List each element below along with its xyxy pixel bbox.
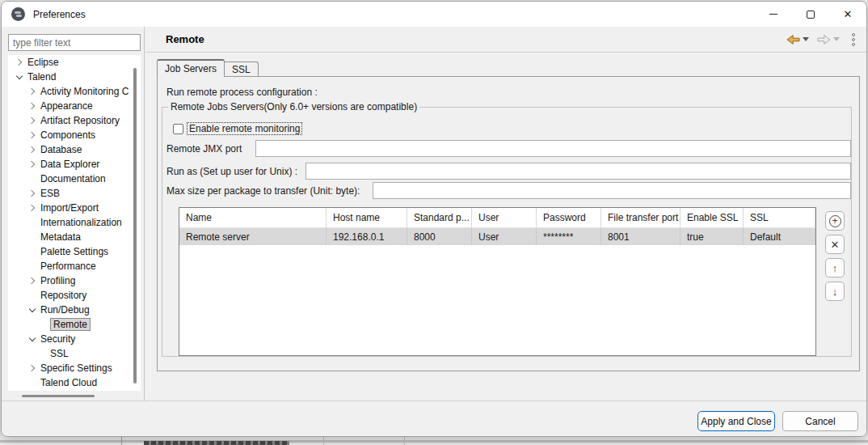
tree-item-appearance[interactable]: Appearance [8,99,141,113]
tree-item-artifact-repository[interactable]: Artifact Repository [8,113,141,128]
tab-job-servers[interactable]: Job Servers [157,59,225,77]
maximize-icon [807,11,815,19]
column-header-file-transfer-port[interactable]: File transfer port [601,208,680,227]
table-cell: true [680,228,744,245]
page-title: Remote [166,33,204,45]
tree-item-repository[interactable]: Repository [8,288,141,303]
screen: Preferences ✕ EclipseTalendActivity Moni… [0,0,868,445]
tree-item-activity-monitoring-c[interactable]: Activity Monitoring C [8,84,141,99]
window-title: Preferences [33,9,86,20]
column-header-host-name[interactable]: Host name [327,208,407,227]
chevron-right-icon[interactable] [27,116,37,125]
footer-bar: Apply and Close Cancel [2,400,866,436]
tree-item-label: Specific Settings [40,362,112,374]
max-size-label: Max size per package to transfer (Unit: … [166,185,360,197]
tree-item-label: Performance [40,261,96,272]
tree-item-label: Database [40,144,82,155]
tree-item-data-explorer[interactable]: Data Explorer [8,157,141,172]
column-header-user[interactable]: User [472,208,537,227]
tree-item-eclipse[interactable]: Eclipse [8,55,141,70]
preferences-dialog: Preferences ✕ EclipseTalendActivity Moni… [1,1,867,437]
tree-item-profiling[interactable]: Profiling [8,273,141,288]
tree-item-talend[interactable]: Talend [8,70,141,84]
chevron-right-icon[interactable] [27,159,37,169]
enable-remote-monitoring-checkbox[interactable] [173,124,183,134]
tree-item-esb[interactable]: ESB [8,186,141,201]
tree-item-database[interactable]: Database [8,142,141,157]
history-nav [784,32,857,48]
tree-item-specific-settings[interactable]: Specific Settings [8,361,141,375]
tree-item-performance[interactable]: Performance [8,259,141,273]
forward-arrow-icon [817,34,831,45]
run-remote-config-label: Run remote process configuration : [166,87,318,98]
tree-item-talend-cloud[interactable]: Talend Cloud [8,375,141,390]
background-text-fragment [144,441,289,445]
tree-item-remote[interactable]: Remote [8,317,141,332]
tree-item-documentation[interactable]: Documentation [8,172,141,186]
chevron-down-icon[interactable] [27,334,37,344]
tree-item-label: Run/Debug [40,304,90,316]
forward-history-caret [833,37,840,41]
back-button[interactable] [784,32,811,47]
minimize-button[interactable] [755,2,792,27]
tab-strip: Job ServersSSL [157,59,259,77]
chevron-right-icon[interactable] [15,57,24,67]
main-header: Remote [145,27,866,53]
move-down-row-button[interactable]: ↓ [825,282,845,301]
chevron-right-icon[interactable] [27,203,37,213]
maximize-button[interactable] [792,2,829,27]
run-as-input[interactable] [305,163,851,180]
tree-item-components[interactable]: Components [8,128,141,142]
tree-item-label: Appearance [40,100,93,112]
column-header-name[interactable]: Name [179,208,327,227]
back-history-caret [803,37,809,41]
chevron-right-icon[interactable] [27,189,37,198]
max-size-input[interactable] [373,182,851,199]
tab-ssl[interactable]: SSL [225,61,259,77]
tree-item-import-export[interactable]: Import/Export [8,201,141,215]
tree-item-palette-settings[interactable]: Palette Settings [8,244,141,259]
tree-item-label: Components [40,129,95,141]
table-row[interactable]: Remote server192.168.0.18000User********… [179,228,815,245]
table-body: Remote server192.168.0.18000User********… [179,228,815,245]
chevron-right-icon[interactable] [27,145,37,155]
remote-jmx-port-input[interactable] [255,140,851,157]
tree-item-ssl[interactable]: SSL [8,346,141,361]
forward-button[interactable] [815,32,842,47]
tree-item-label: Talend Cloud [40,377,97,388]
column-header-standard-p[interactable]: Standard p... [407,208,472,227]
tree-item-run-debug[interactable]: Run/Debug [8,303,141,317]
move-up-row-button[interactable]: ↑ [825,258,845,278]
tree-item-label: Activity Monitoring C [40,86,129,97]
column-header-ssl[interactable]: SSL [744,208,815,227]
table-cell: 192.168.0.1 [327,228,407,245]
tree-item-metadata[interactable]: Metadata [8,230,141,244]
column-header-enable-ssl[interactable]: Enable SSL [680,208,744,227]
move-down-icon: ↓ [832,286,838,298]
group-label: Remote Jobs Servers(Only 6.0+ versions a… [168,101,419,112]
chevron-right-icon[interactable] [27,87,37,96]
close-button[interactable]: ✕ [829,2,866,27]
job-servers-tab-pane: Run remote process configuration : Remot… [157,76,860,371]
column-header-password[interactable]: Password [537,208,601,227]
main-panel: Remote [145,27,866,400]
tree-horizontal-scrollbar[interactable] [22,395,95,397]
cancel-button[interactable]: Cancel [782,411,858,431]
tree-vertical-scrollbar[interactable] [133,68,137,384]
job-servers-table: NameHost nameStandard p...UserPasswordFi… [179,207,816,356]
chevron-right-icon[interactable] [27,130,37,140]
apply-and-close-button[interactable]: Apply and Close [697,411,775,431]
filter-input[interactable] [8,34,141,51]
tree-item-label: Security [40,333,75,345]
view-menu-icon[interactable] [850,32,857,48]
chevron-down-icon[interactable] [15,72,24,82]
chevron-down-icon[interactable] [27,305,37,315]
tree-item-security[interactable]: Security [8,332,141,346]
add-row-button[interactable]: + [825,211,845,231]
remove-row-button[interactable]: ✕ [825,235,845,254]
tree-item-internationalization[interactable]: Internationalization [8,215,141,230]
chevron-right-icon[interactable] [27,276,37,286]
chevron-right-icon[interactable] [27,101,37,111]
chevron-right-icon[interactable] [27,363,37,373]
tree-item-label: Palette Settings [40,246,108,257]
